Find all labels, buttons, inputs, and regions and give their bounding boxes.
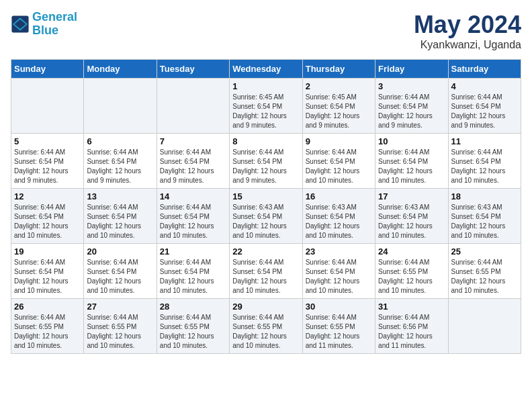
- weekday-header-saturday: Saturday: [448, 60, 521, 79]
- day-cell: 31Sunrise: 6:44 AM Sunset: 6:56 PM Dayli…: [375, 299, 448, 354]
- day-cell: 25Sunrise: 6:44 AM Sunset: 6:55 PM Dayli…: [448, 244, 521, 299]
- day-number: 11: [451, 136, 518, 146]
- day-info: Sunrise: 6:44 AM Sunset: 6:54 PM Dayligh…: [14, 203, 81, 240]
- day-info: Sunrise: 6:43 AM Sunset: 6:54 PM Dayligh…: [378, 203, 445, 240]
- day-number: 22: [232, 246, 299, 257]
- day-info: Sunrise: 6:44 AM Sunset: 6:54 PM Dayligh…: [160, 148, 226, 185]
- day-cell: 6Sunrise: 6:44 AM Sunset: 6:54 PM Daylig…: [84, 134, 157, 189]
- day-cell: 11Sunrise: 6:44 AM Sunset: 6:54 PM Dayli…: [448, 134, 521, 189]
- day-number: 23: [306, 246, 372, 257]
- day-cell: 29Sunrise: 6:44 AM Sunset: 6:55 PM Dayli…: [230, 299, 302, 354]
- calendar-table: SundayMondayTuesdayWednesdayThursdayFrid…: [11, 59, 521, 354]
- day-info: Sunrise: 6:44 AM Sunset: 6:54 PM Dayligh…: [306, 258, 372, 295]
- day-number: 13: [87, 191, 153, 201]
- day-info: Sunrise: 6:44 AM Sunset: 6:54 PM Dayligh…: [232, 148, 299, 185]
- day-info: Sunrise: 6:44 AM Sunset: 6:54 PM Dayligh…: [378, 148, 445, 185]
- day-info: Sunrise: 6:44 AM Sunset: 6:54 PM Dayligh…: [232, 258, 299, 295]
- day-cell: [157, 79, 229, 134]
- day-number: 30: [306, 302, 372, 312]
- day-number: 12: [14, 191, 81, 201]
- day-info: Sunrise: 6:44 AM Sunset: 6:54 PM Dayligh…: [87, 258, 153, 295]
- day-number: 1: [232, 81, 299, 91]
- weekday-header-tuesday: Tuesday: [157, 60, 229, 79]
- day-cell: 17Sunrise: 6:43 AM Sunset: 6:54 PM Dayli…: [375, 189, 448, 244]
- day-cell: 12Sunrise: 6:44 AM Sunset: 6:54 PM Dayli…: [11, 189, 84, 244]
- week-row-4: 19Sunrise: 6:44 AM Sunset: 6:54 PM Dayli…: [11, 244, 521, 299]
- day-cell: 4Sunrise: 6:44 AM Sunset: 6:54 PM Daylig…: [448, 79, 521, 134]
- weekday-header-thursday: Thursday: [302, 60, 375, 79]
- day-number: 15: [232, 191, 299, 201]
- day-info: Sunrise: 6:44 AM Sunset: 6:54 PM Dayligh…: [87, 203, 153, 240]
- day-cell: 10Sunrise: 6:44 AM Sunset: 6:54 PM Dayli…: [375, 134, 448, 189]
- location: Kyankwanzi, Uganda: [414, 39, 521, 51]
- day-number: 10: [378, 136, 445, 146]
- day-info: Sunrise: 6:44 AM Sunset: 6:55 PM Dayligh…: [14, 313, 81, 351]
- day-cell: 22Sunrise: 6:44 AM Sunset: 6:54 PM Dayli…: [230, 244, 302, 299]
- day-cell: 26Sunrise: 6:44 AM Sunset: 6:55 PM Dayli…: [11, 299, 84, 354]
- day-number: 9: [306, 136, 372, 146]
- day-info: Sunrise: 6:44 AM Sunset: 6:54 PM Dayligh…: [451, 93, 518, 130]
- day-number: 16: [306, 191, 372, 201]
- day-cell: 13Sunrise: 6:44 AM Sunset: 6:54 PM Dayli…: [84, 189, 157, 244]
- day-number: 8: [232, 136, 299, 146]
- day-cell: 18Sunrise: 6:43 AM Sunset: 6:54 PM Dayli…: [448, 189, 521, 244]
- weekday-header-sunday: Sunday: [11, 60, 84, 79]
- day-number: 21: [160, 246, 226, 257]
- day-number: 26: [14, 302, 81, 312]
- day-info: Sunrise: 6:45 AM Sunset: 6:54 PM Dayligh…: [232, 93, 299, 130]
- day-info: Sunrise: 6:44 AM Sunset: 6:55 PM Dayligh…: [87, 313, 153, 351]
- day-number: 17: [378, 191, 445, 201]
- week-row-5: 26Sunrise: 6:44 AM Sunset: 6:55 PM Dayli…: [11, 299, 521, 354]
- logo: GeneralBlue: [11, 11, 77, 38]
- day-cell: [11, 79, 84, 134]
- day-info: Sunrise: 6:44 AM Sunset: 6:54 PM Dayligh…: [14, 148, 81, 185]
- day-info: Sunrise: 6:43 AM Sunset: 6:54 PM Dayligh…: [306, 203, 372, 240]
- day-cell: 7Sunrise: 6:44 AM Sunset: 6:54 PM Daylig…: [157, 134, 229, 189]
- day-cell: 23Sunrise: 6:44 AM Sunset: 6:54 PM Dayli…: [302, 244, 375, 299]
- week-row-3: 12Sunrise: 6:44 AM Sunset: 6:54 PM Dayli…: [11, 189, 521, 244]
- day-number: 18: [451, 191, 518, 201]
- day-info: Sunrise: 6:44 AM Sunset: 6:54 PM Dayligh…: [378, 93, 445, 130]
- day-number: 31: [378, 302, 445, 312]
- weekday-header-wednesday: Wednesday: [230, 60, 302, 79]
- day-cell: 2Sunrise: 6:45 AM Sunset: 6:54 PM Daylig…: [302, 79, 375, 134]
- day-info: Sunrise: 6:44 AM Sunset: 6:55 PM Dayligh…: [451, 258, 518, 295]
- day-cell: 5Sunrise: 6:44 AM Sunset: 6:54 PM Daylig…: [11, 134, 84, 189]
- day-cell: 20Sunrise: 6:44 AM Sunset: 6:54 PM Dayli…: [84, 244, 157, 299]
- day-number: 27: [87, 302, 153, 312]
- day-number: 2: [306, 81, 372, 91]
- day-cell: 14Sunrise: 6:44 AM Sunset: 6:54 PM Dayli…: [157, 189, 229, 244]
- week-row-1: 1Sunrise: 6:45 AM Sunset: 6:54 PM Daylig…: [11, 79, 521, 134]
- day-cell: 3Sunrise: 6:44 AM Sunset: 6:54 PM Daylig…: [375, 79, 448, 134]
- day-cell: 30Sunrise: 6:44 AM Sunset: 6:55 PM Dayli…: [302, 299, 375, 354]
- weekday-header-row: SundayMondayTuesdayWednesdayThursdayFrid…: [11, 60, 521, 79]
- logo-text: GeneralBlue: [32, 11, 77, 38]
- day-info: Sunrise: 6:44 AM Sunset: 6:54 PM Dayligh…: [306, 148, 372, 185]
- month-title: May 2024: [414, 11, 521, 39]
- day-cell: 21Sunrise: 6:44 AM Sunset: 6:54 PM Dayli…: [157, 244, 229, 299]
- day-number: 24: [378, 246, 445, 257]
- day-info: Sunrise: 6:44 AM Sunset: 6:55 PM Dayligh…: [378, 258, 445, 295]
- day-info: Sunrise: 6:43 AM Sunset: 6:54 PM Dayligh…: [451, 203, 518, 240]
- weekday-header-monday: Monday: [84, 60, 157, 79]
- week-row-2: 5Sunrise: 6:44 AM Sunset: 6:54 PM Daylig…: [11, 134, 521, 189]
- day-info: Sunrise: 6:44 AM Sunset: 6:54 PM Dayligh…: [87, 148, 153, 185]
- day-cell: 8Sunrise: 6:44 AM Sunset: 6:54 PM Daylig…: [230, 134, 302, 189]
- day-info: Sunrise: 6:44 AM Sunset: 6:54 PM Dayligh…: [451, 148, 518, 185]
- day-number: 28: [160, 302, 226, 312]
- day-number: 19: [14, 246, 81, 257]
- day-cell: 1Sunrise: 6:45 AM Sunset: 6:54 PM Daylig…: [230, 79, 302, 134]
- day-number: 4: [451, 81, 518, 91]
- day-number: 3: [378, 81, 445, 91]
- logo-icon: [11, 15, 30, 34]
- day-cell: [448, 299, 521, 354]
- day-cell: 24Sunrise: 6:44 AM Sunset: 6:55 PM Dayli…: [375, 244, 448, 299]
- day-number: 6: [87, 136, 153, 146]
- day-number: 7: [160, 136, 226, 146]
- day-number: 14: [160, 191, 226, 201]
- day-cell: 9Sunrise: 6:44 AM Sunset: 6:54 PM Daylig…: [302, 134, 375, 189]
- day-number: 29: [232, 302, 299, 312]
- day-cell: [84, 79, 157, 134]
- day-cell: 27Sunrise: 6:44 AM Sunset: 6:55 PM Dayli…: [84, 299, 157, 354]
- weekday-header-friday: Friday: [375, 60, 448, 79]
